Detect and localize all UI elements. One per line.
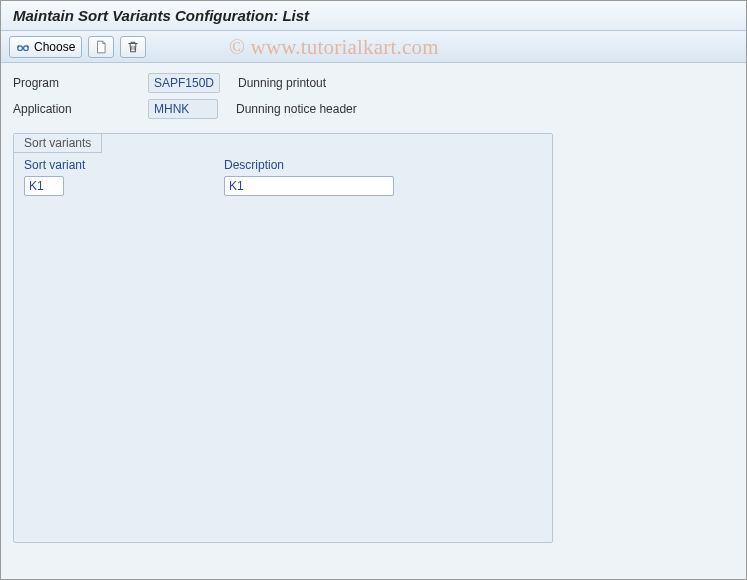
application-row: Application MHNK Dunning notice header [13, 99, 734, 119]
page-title: Maintain Sort Variants Configuration: Li… [13, 7, 309, 24]
group-title: Sort variants [14, 133, 102, 153]
create-button[interactable] [88, 36, 114, 58]
glasses-icon [16, 40, 30, 54]
document-new-icon [94, 40, 108, 54]
column-sort-variant: Sort variant [24, 158, 224, 172]
group-inner: Sort variant Description [14, 134, 552, 542]
column-headers: Sort variant Description [24, 158, 542, 172]
application-description: Dunning notice header [236, 102, 357, 116]
description-input[interactable] [224, 176, 394, 196]
delete-button[interactable] [120, 36, 146, 58]
toolbar: Choose [1, 31, 746, 63]
application-label: Application [13, 102, 148, 116]
choose-button[interactable]: Choose [9, 36, 82, 58]
application-value: MHNK [148, 99, 218, 119]
table-row [24, 176, 542, 196]
program-description: Dunning printout [238, 76, 326, 90]
title-bar: Maintain Sort Variants Configuration: Li… [1, 1, 746, 31]
sort-variant-input[interactable] [24, 176, 64, 196]
choose-button-label: Choose [34, 40, 75, 54]
content-area: Program SAPF150D Dunning printout Applic… [1, 63, 746, 579]
program-row: Program SAPF150D Dunning printout [13, 73, 734, 93]
sort-variants-group: Sort variants Sort variant Description [13, 133, 553, 543]
trash-icon [126, 40, 140, 54]
program-label: Program [13, 76, 148, 90]
column-description: Description [224, 158, 542, 172]
program-value: SAPF150D [148, 73, 220, 93]
